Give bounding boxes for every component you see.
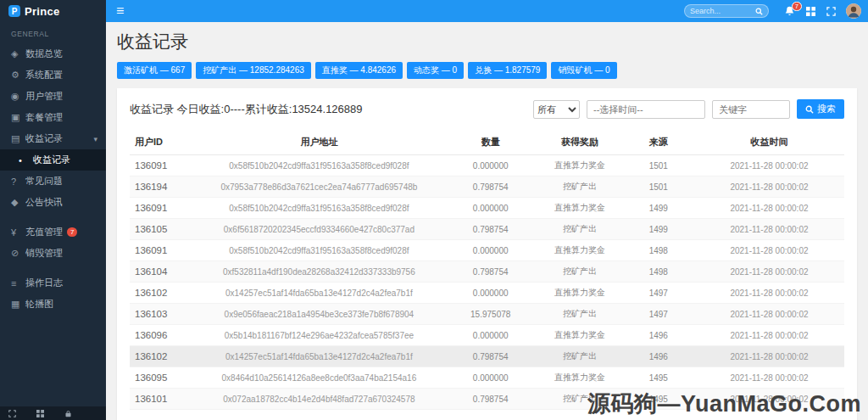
- cell-user-address: 0x8464d10a25614126a8ee8cde0f3aa74ba2154a…: [194, 367, 444, 389]
- cell-user-address: 0x14257ec51af14fda65ba13e4127d2c4a2fea7b…: [194, 283, 444, 304]
- table-row[interactable]: 136194 0x7953a778e86d3a7621cec2ea74a6777…: [130, 176, 844, 198]
- cell-source: 1498: [623, 240, 694, 261]
- cell-time: 2021-11-28 00:00:02: [694, 155, 844, 176]
- stat-button[interactable]: 激活矿机 — 667: [117, 62, 192, 79]
- destroy-icon: [11, 248, 25, 259]
- expand-icon[interactable]: [826, 7, 836, 16]
- sidebar-item-carousel[interactable]: 轮播图: [0, 294, 106, 315]
- sidebar-item-label: 收益记录: [33, 154, 70, 166]
- sidebar-section-label: GENERAL: [0, 22, 106, 43]
- image-icon: [11, 299, 25, 310]
- stat-button[interactable]: 销毁矿机 — 0: [551, 62, 616, 79]
- header-amount: 数量: [444, 130, 537, 155]
- table-row[interactable]: 136095 0x8464d10a25614126a8ee8cde0f3aa74…: [130, 367, 844, 389]
- table-row[interactable]: 136096 0x5b14b181167bf124e296ae4232afcea…: [130, 325, 844, 346]
- user-avatar[interactable]: [846, 3, 861, 19]
- sidebar-item-label: 充值管理: [25, 226, 63, 238]
- sidebar-item-label: 系统配置: [25, 69, 63, 81]
- sidebar: P Prince GENERAL 数据总览 系统配置 用户管理 套餐管理 收益记…: [0, 0, 106, 420]
- cell-amount: 0.798754: [444, 346, 537, 367]
- dashboard-icon: [11, 48, 25, 59]
- fullscreen-icon[interactable]: [8, 410, 16, 417]
- search-icon[interactable]: [755, 8, 763, 15]
- stat-button[interactable]: 兑换 — 1.827579: [468, 62, 547, 79]
- stat-button[interactable]: 挖矿产出 — 12852.284263: [196, 62, 311, 79]
- hamburger-menu-icon[interactable]: ≡: [116, 4, 124, 18]
- table-row[interactable]: 136104 0xf532811a4df190dea28268a32412d33…: [130, 261, 844, 283]
- sidebar-item-label: 数据总览: [25, 48, 63, 60]
- cell-time: 2021-11-28 00:00:02: [694, 240, 844, 261]
- watermark-text: 源码狗—YuanMaGo.Com: [587, 389, 861, 419]
- cell-user-id: 136091: [130, 240, 194, 261]
- gear-icon: [11, 70, 25, 81]
- keyword-input[interactable]: [712, 100, 790, 119]
- cell-time: 2021-11-28 00:00:02: [694, 198, 844, 219]
- cell-user-id: 136104: [130, 261, 194, 283]
- sidebar-item-income-records[interactable]: 收益记录: [0, 128, 106, 149]
- cell-time: 2021-11-28 00:00:02: [694, 283, 844, 304]
- income-table: 用户ID 用户地址 数量 获得奖励 来源 收益时间 136091 0x58f51…: [130, 130, 844, 410]
- search-input[interactable]: [690, 7, 755, 15]
- cell-source: 1501: [623, 155, 694, 176]
- cell-user-id: 136103: [130, 304, 194, 325]
- table-header-row: 用户ID 用户地址 数量 获得奖励 来源 收益时间: [130, 130, 844, 155]
- cell-user-address: 0x58f510b2042cd9ffa31f95163a358f8ced9f02…: [194, 155, 444, 176]
- cell-source: 1495: [623, 367, 694, 389]
- sidebar-item-label: 公告快讯: [25, 196, 63, 209]
- sidebar-item-package-management[interactable]: 套餐管理: [0, 107, 106, 128]
- cell-amount: 15.975078: [444, 304, 537, 325]
- stat-button[interactable]: 直推奖 — 4.842626: [315, 62, 403, 79]
- cell-reward: 直推算力奖金: [537, 283, 623, 304]
- notifications-badge: 7: [792, 2, 802, 12]
- sidebar-subitem-income-records[interactable]: 收益记录: [0, 149, 106, 171]
- columns-icon[interactable]: [806, 7, 815, 16]
- cell-time: 2021-11-28 00:00:02: [694, 346, 844, 367]
- cell-time: 2021-11-28 00:00:02: [694, 176, 844, 198]
- sidebar-item-dashboard[interactable]: 数据总览: [0, 43, 106, 64]
- sidebar-item-operation-logs[interactable]: 操作日志: [0, 272, 106, 294]
- sidebar-item-system-config[interactable]: 系统配置: [0, 64, 106, 86]
- topbar-search[interactable]: [684, 4, 769, 18]
- sidebar-item-label: 套餐管理: [25, 111, 63, 124]
- sidebar-item-recharge-management[interactable]: 充值管理 7: [0, 221, 106, 243]
- table-row[interactable]: 136091 0x58f510b2042cd9ffa31f95163a358f8…: [130, 155, 844, 176]
- recharge-badge: 7: [67, 227, 77, 238]
- table-row[interactable]: 136091 0x58f510b2042cd9ffa31f95163a358f8…: [130, 198, 844, 219]
- cell-time: 2021-11-28 00:00:02: [694, 261, 844, 283]
- cell-user-id: 136101: [130, 389, 194, 410]
- category-select[interactable]: 所有: [533, 100, 580, 119]
- notifications-bell[interactable]: 7: [784, 6, 795, 17]
- logo-icon: P: [8, 5, 20, 17]
- date-range-input[interactable]: [587, 100, 705, 119]
- cell-user-address: 0x5b14b181167bf124e296ae4232afcea5785f37…: [194, 325, 444, 346]
- sidebar-item-label: 收益记录: [25, 132, 63, 145]
- search-button[interactable]: 搜索: [797, 99, 844, 119]
- cell-source: 1499: [623, 198, 694, 219]
- header-source: 来源: [623, 130, 694, 155]
- cell-source: 1496: [623, 325, 694, 346]
- table-row[interactable]: 136103 0x9e056faeac218a1a4954be3ce373fe7…: [130, 304, 844, 325]
- lock-icon[interactable]: [64, 410, 72, 417]
- cell-user-id: 136105: [130, 219, 194, 240]
- sidebar-item-user-management[interactable]: 用户管理: [0, 86, 106, 107]
- main-content: 收益记录 激活矿机 — 667 挖矿产出 — 12852.284263 直推奖 …: [106, 22, 868, 420]
- grid-icon[interactable]: [36, 410, 44, 417]
- topbar: ≡ 7: [106, 0, 868, 22]
- sidebar-item-destroy-management[interactable]: 销毁管理: [0, 243, 106, 264]
- stat-button[interactable]: 动态奖 — 0: [407, 62, 464, 79]
- table-row[interactable]: 136102 0x14257ec51af14fda65ba13e4127d2c4…: [130, 283, 844, 304]
- cell-user-address: 0x072aa18782cc4b14e2d4bf48fad727a6703245…: [194, 389, 444, 410]
- cell-reward: 挖矿产出: [537, 219, 623, 240]
- table-row[interactable]: 136091 0x58f510b2042cd9ffa31f95163a358f8…: [130, 240, 844, 261]
- log-icon: [11, 278, 25, 288]
- cell-reward: 挖矿产出: [537, 261, 623, 283]
- sidebar-item-announcements[interactable]: 公告快讯: [0, 192, 106, 213]
- app-logo[interactable]: P Prince: [0, 0, 106, 22]
- cell-user-id: 136102: [130, 283, 194, 304]
- table-body: 136091 0x58f510b2042cd9ffa31f95163a358f8…: [130, 155, 844, 410]
- table-row[interactable]: 136102 0x14257ec51af14fda65ba13e4127d2c4…: [130, 346, 844, 367]
- table-row[interactable]: 136105 0x6f5618720202345eccfd9334660e427…: [130, 219, 844, 240]
- cell-time: 2021-11-28 00:00:02: [694, 219, 844, 240]
- sidebar-item-label: 轮播图: [25, 298, 53, 311]
- sidebar-item-faq[interactable]: 常见问题: [0, 171, 106, 192]
